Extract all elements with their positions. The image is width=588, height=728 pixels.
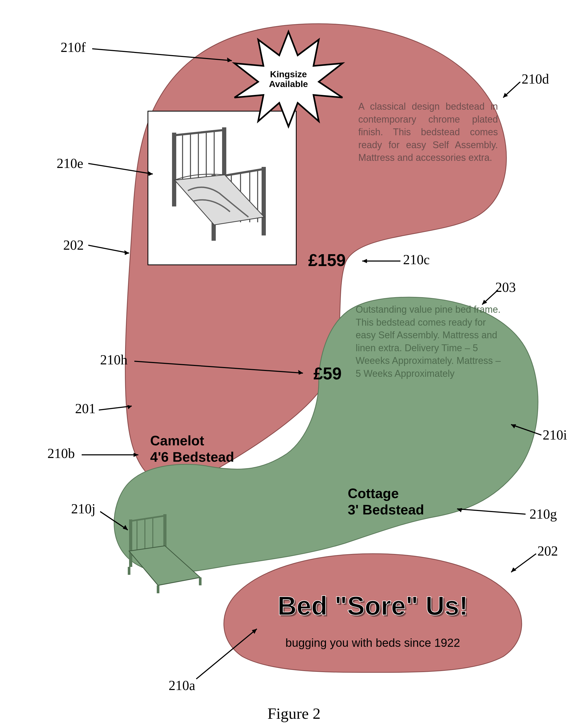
brand-name: Bed "Sore" Us! <box>278 590 468 621</box>
figure-caption: Figure 2 <box>267 705 321 723</box>
bed-camelot-image <box>148 111 297 265</box>
ref-210j: 210j <box>71 501 96 517</box>
starburst-line1: Kingsize <box>270 69 307 79</box>
ref-201: 201 <box>75 401 96 416</box>
camelot-description: A classical design bedstead in contempor… <box>358 100 498 164</box>
bed-cottage-image <box>111 511 211 596</box>
cottage-title: Cottage 3' Bedstead <box>348 485 424 518</box>
ref-202-right: 202 <box>538 543 558 559</box>
ref-210e: 210e <box>57 156 83 171</box>
cottage-price: £59 <box>314 364 342 383</box>
ref-210f: 210f <box>61 40 86 55</box>
ref-210i: 210i <box>543 427 567 443</box>
blob-brand: Bed "Sore" Us! bugging you with beds sin… <box>219 551 527 675</box>
ref-210b: 210b <box>47 446 75 461</box>
ref-203: 203 <box>495 280 516 295</box>
cottage-description: Outstanding value pine bed frame. This b… <box>356 303 503 380</box>
svg-rect-18 <box>129 520 132 567</box>
figure-2-canvas: Bed "Sore" Us! bugging you with beds sin… <box>0 0 588 728</box>
camelot-title: Camelot 4'6 Bedstead <box>150 432 234 465</box>
camelot-price: £159 <box>308 250 345 270</box>
brand-tagline: bugging you with beds since 1922 <box>286 636 460 649</box>
starburst-line2: Available <box>269 79 308 89</box>
ref-210d: 210d <box>522 71 549 87</box>
ref-210g: 210g <box>529 506 557 522</box>
ref-202-left: 202 <box>63 237 84 253</box>
starburst-kingsize: Kingsize Available <box>232 29 345 129</box>
svg-line-4 <box>174 130 224 135</box>
ref-210c: 210c <box>403 252 430 267</box>
svg-line-20 <box>131 516 165 521</box>
svg-rect-2 <box>261 167 266 236</box>
ref-210h: 210h <box>100 352 127 368</box>
ref-210a: 210a <box>169 678 195 693</box>
